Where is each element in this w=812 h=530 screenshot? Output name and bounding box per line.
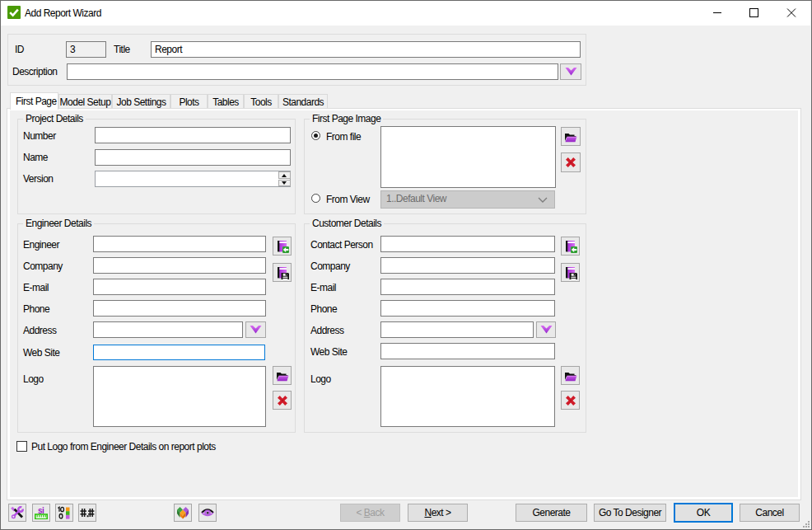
- svg-text:si: si: [38, 506, 44, 515]
